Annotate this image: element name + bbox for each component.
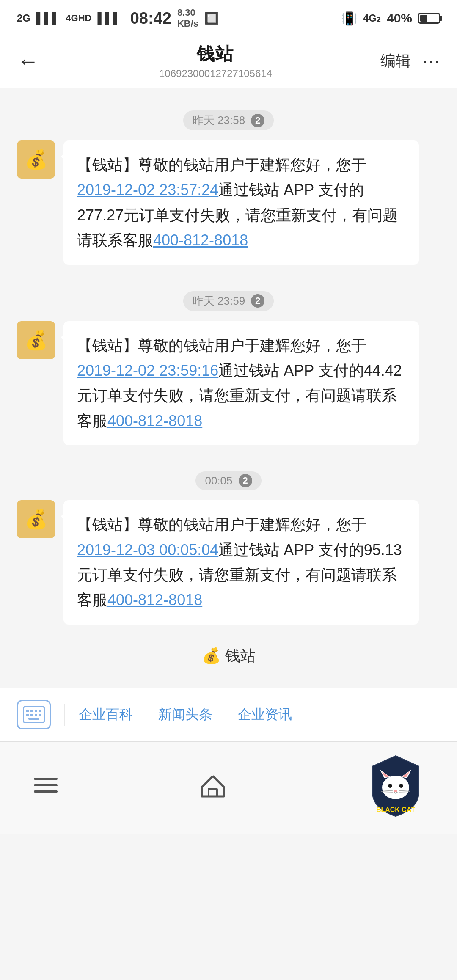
back-button[interactable]: ← (17, 48, 51, 74)
hamburger-icon (34, 778, 58, 793)
toolbar-link-info[interactable]: 企业资讯 (238, 705, 292, 724)
nav-title-block: 钱站 10692300012727105614 (159, 42, 272, 80)
status-left: 2G ▌▌▌ 4GHD ▌▌▌ 08:42 8.30KB/s 🔲 (17, 7, 219, 30)
messages-area: 昨天 23:58 2 💰 【钱站】尊敬的钱站用户于建辉您好，您于2019-12-… (0, 88, 457, 688)
message-bubble-1: 【钱站】尊敬的钱站用户于建辉您好，您于2019-12-02 23:57:24通过… (63, 140, 419, 265)
svg-line-22 (399, 792, 410, 792)
timestamp-2: 昨天 23:59 2 (0, 291, 457, 311)
sender-avatar-3: 💰 (17, 500, 55, 538)
qq-icon: 🔲 (204, 11, 219, 25)
status-right: 📳 4G₂ 40% (341, 11, 440, 26)
home-icon (200, 773, 226, 798)
nav-right-actions: 编辑 ··· (380, 51, 440, 72)
unread-badge-1: 2 (251, 114, 264, 127)
msg-text-before-link-2: 【钱站】尊敬的钱站用户于建辉您好，您于 (77, 337, 366, 354)
status-bar: 2G ▌▌▌ 4GHD ▌▌▌ 08:42 8.30KB/s 🔲 📳 4G₂ 4… (0, 0, 457, 34)
svg-rect-1 (26, 710, 29, 712)
timestamp-3: 00:05 2 (0, 471, 457, 490)
network-speed: 8.30KB/s (177, 7, 198, 30)
sender-avatar-1: 💰 (17, 140, 55, 179)
blackcat-nav-button[interactable]: BLACK CAT (368, 754, 423, 817)
keyboard-icon (23, 706, 45, 723)
svg-line-20 (381, 792, 393, 792)
menu-nav-button[interactable] (34, 778, 58, 793)
timestamp-text-3: 00:05 (205, 474, 232, 487)
svg-text:BLACK CAT: BLACK CAT (376, 806, 415, 813)
msg-phone-link-1[interactable]: 400-812-8018 (153, 231, 248, 249)
unread-badge-2: 2 (251, 294, 264, 308)
msg-datetime-link-1[interactable]: 2019-12-02 23:57:24 (77, 181, 218, 198)
svg-rect-8 (39, 714, 41, 716)
blackcat-logo: BLACK CAT (368, 754, 423, 817)
battery-percent: 40% (387, 11, 412, 25)
msg-datetime-link-2[interactable]: 2019-12-02 23:59:16 (77, 362, 218, 379)
vibrate-icon: 📳 (341, 11, 357, 26)
home-nav-button[interactable] (200, 773, 226, 798)
svg-rect-10 (209, 789, 217, 796)
message-row-3: 💰 【钱站】尊敬的钱站用户于建辉您好，您于2019-12-03 00:05:04… (0, 500, 457, 637)
qianzhan-icon: 💰 (202, 647, 221, 664)
blackcat-shield-svg: BLACK CAT (368, 754, 423, 817)
msg-datetime-link-3[interactable]: 2019-12-03 00:05:04 (77, 541, 218, 559)
toolbar-links: 企业百科 新闻头条 企业资讯 (79, 705, 440, 724)
signal-4ghd: 4GHD (66, 13, 91, 24)
svg-rect-4 (39, 710, 41, 712)
bottom-toolbar: 企业百科 新闻头条 企业资讯 (0, 688, 457, 741)
timestamp-1: 昨天 23:58 2 (0, 110, 457, 130)
svg-rect-7 (35, 714, 37, 716)
signal-bars-1: ▌▌▌ (36, 12, 60, 25)
msg-phone-link-2[interactable]: 400-812-8018 (107, 412, 202, 429)
msg-phone-link-3[interactable]: 400-812-8018 (107, 591, 202, 608)
message-bubble-3: 【钱站】尊敬的钱站用户于建辉您好，您于2019-12-03 00:05:04通过… (63, 500, 419, 625)
svg-point-11 (382, 776, 409, 799)
message-row-1: 💰 【钱站】尊敬的钱站用户于建辉您好，您于2019-12-02 23:57:24… (0, 140, 457, 278)
signal-bars-2: ▌▌▌ (97, 12, 121, 25)
bottom-nav: BLACK CAT (0, 741, 457, 834)
edit-button[interactable]: 编辑 (380, 51, 411, 72)
svg-rect-6 (30, 714, 33, 716)
qianzhan-label-row: 💰钱站 (0, 637, 457, 679)
keyboard-button[interactable] (17, 700, 51, 729)
toolbar-link-baike[interactable]: 企业百科 (79, 705, 133, 724)
svg-point-18 (394, 790, 397, 792)
page-title: 钱站 (197, 42, 234, 66)
qianzhan-label: 钱站 (225, 647, 256, 664)
toolbar-divider (64, 704, 65, 726)
message-row-2: 💰 【钱站】尊敬的钱站用户于建辉您好，您于2019-12-02 23:59:16… (0, 321, 457, 458)
unread-badge-3: 2 (239, 474, 252, 487)
timestamp-text-2: 昨天 23:59 (193, 294, 245, 308)
signal-2g: 2G (17, 12, 30, 24)
timestamp-text-1: 昨天 23:58 (193, 113, 245, 128)
svg-rect-2 (30, 710, 33, 712)
battery-indicator (418, 13, 440, 24)
contact-id: 10692300012727105614 (159, 68, 272, 80)
more-button[interactable]: ··· (423, 51, 440, 71)
svg-point-17 (399, 784, 403, 788)
signal-4g2: 4G₂ (363, 12, 381, 24)
toolbar-link-news[interactable]: 新闻头条 (158, 705, 212, 724)
sender-avatar-2: 💰 (17, 321, 55, 359)
svg-rect-9 (28, 718, 39, 720)
message-bubble-2: 【钱站】尊敬的钱站用户于建辉您好，您于2019-12-02 23:59:16通过… (63, 321, 419, 446)
time-display: 08:42 (130, 9, 171, 28)
svg-point-16 (388, 784, 392, 788)
nav-bar: ← 钱站 10692300012727105614 编辑 ··· (0, 34, 457, 88)
svg-rect-3 (35, 710, 37, 712)
svg-rect-5 (26, 714, 29, 716)
msg-text-before-link-1: 【钱站】尊敬的钱站用户于建辉您好，您于 (77, 156, 366, 173)
msg-text-before-link-3: 【钱站】尊敬的钱站用户于建辉您好，您于 (77, 516, 366, 533)
